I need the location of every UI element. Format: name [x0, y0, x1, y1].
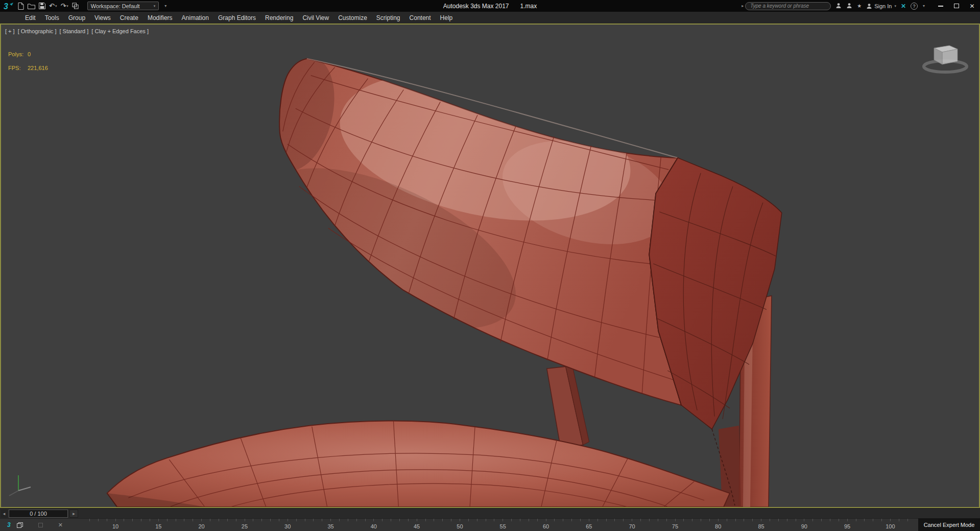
- app-logo-icon: 3: [2, 2, 14, 11]
- window-controls: ✕: [933, 0, 980, 12]
- search-input[interactable]: [745, 2, 831, 10]
- frame-tick-90: 90: [801, 523, 807, 529]
- world-axis-icon: [6, 469, 37, 500]
- previous-frame-button[interactable]: ◂: [1, 510, 8, 518]
- fps-stat: FPS:221,616: [8, 65, 48, 71]
- redo-caret-icon[interactable]: ▾: [66, 4, 68, 8]
- viewport-label: [ + ] [ Orthographic ] [ Standard ] [ Cl…: [5, 28, 149, 34]
- project-folder-icon[interactable]: [72, 3, 79, 9]
- frame-tick-50: 50: [457, 523, 463, 529]
- minimize-icon: [938, 6, 943, 7]
- empty-square-icon[interactable]: [38, 523, 43, 527]
- close-button[interactable]: ✕: [964, 0, 980, 12]
- svg-text:3: 3: [4, 2, 8, 11]
- frame-tick-60: 60: [543, 523, 549, 529]
- frame-tick-30: 30: [284, 523, 291, 529]
- frame-tick-15: 15: [155, 523, 161, 529]
- frame-tick-35: 35: [327, 523, 333, 529]
- menu-modifiers[interactable]: Modifiers: [143, 13, 177, 23]
- chair-back-post: [547, 365, 589, 448]
- menu-content[interactable]: Content: [405, 13, 436, 23]
- tray-close-icon[interactable]: ✕: [58, 522, 63, 528]
- chair-model: [1, 25, 979, 507]
- frame-tick-45: 45: [414, 523, 420, 529]
- exchange-apps-icon[interactable]: ✕: [901, 3, 906, 10]
- time-slider[interactable]: ◂ 0 / 100 ▸: [0, 508, 980, 518]
- sign-in-button[interactable]: Sign In ▾: [866, 3, 896, 9]
- minimize-button[interactable]: [933, 0, 948, 12]
- polys-value: 0: [28, 51, 31, 57]
- frame-tick-75: 75: [672, 523, 678, 529]
- frame-tick-40: 40: [371, 523, 377, 529]
- search-area: ▸: [741, 2, 831, 10]
- community-icon[interactable]: [835, 3, 842, 10]
- undo-icon[interactable]: ↶▾: [49, 3, 57, 9]
- title-bar: 3 ↶▾ ↷▾ Workspace: Default ▾ ▾ Autodesk …: [0, 0, 980, 12]
- menu-views[interactable]: Views: [90, 13, 115, 23]
- menu-create[interactable]: Create: [115, 13, 143, 23]
- help-caret-icon[interactable]: ▾: [923, 4, 925, 8]
- menu-graph-editors[interactable]: Graph Editors: [213, 13, 260, 23]
- menu-tools[interactable]: Tools: [40, 13, 64, 23]
- file-name: 1.max: [520, 3, 537, 10]
- viewcube[interactable]: [920, 38, 971, 78]
- open-file-icon[interactable]: [28, 3, 35, 9]
- share-icon[interactable]: [846, 3, 852, 10]
- time-slider-handle[interactable]: 0 / 100: [9, 510, 68, 518]
- menu-customize[interactable]: Customize: [333, 13, 372, 23]
- viewport-menu-standard[interactable]: [ Standard ]: [59, 28, 88, 34]
- workspace-dropdown[interactable]: Workspace: Default ▾: [87, 2, 159, 10]
- frame-tick-65: 65: [586, 523, 592, 529]
- frame-tick-20: 20: [198, 523, 204, 529]
- frame-tick-70: 70: [629, 523, 635, 529]
- menu-scripting[interactable]: Scripting: [372, 13, 405, 23]
- menu-civil-view[interactable]: Civil View: [298, 13, 333, 23]
- tray: 3 ✕: [0, 519, 86, 531]
- menu-bar: EditToolsGroupViewsCreateModifiersAnimat…: [0, 12, 980, 24]
- frame-tick-25: 25: [242, 523, 248, 529]
- favorites-star-icon[interactable]: ★: [857, 4, 862, 9]
- frame-tick-95: 95: [844, 523, 850, 529]
- cancel-expert-mode-button[interactable]: Cancel Expert Mode: [918, 518, 980, 531]
- menu-rendering[interactable]: Rendering: [260, 13, 298, 23]
- viewport-menu-general[interactable]: [ + ]: [5, 28, 15, 34]
- app-title: Autodesk 3ds Max 2017: [443, 3, 509, 10]
- fps-value: 221,616: [28, 65, 48, 71]
- search-arrow-icon[interactable]: ▸: [742, 4, 744, 8]
- next-frame-button[interactable]: ▸: [69, 510, 78, 518]
- menu-edit[interactable]: Edit: [20, 13, 40, 23]
- help-icon[interactable]: ?: [911, 3, 918, 10]
- maximize-button[interactable]: [948, 0, 964, 12]
- infocenter: ▸ ★ Sign In ▾ ✕ ? ▾ ✕: [741, 0, 980, 12]
- quick-access-toolbar: 3 ↶▾ ↷▾ Workspace: Default ▾ ▾: [0, 2, 166, 11]
- window-title: Autodesk 3ds Max 2017 1.max: [443, 0, 537, 12]
- polys-stat: Polys:0: [8, 51, 48, 57]
- menu-animation[interactable]: Animation: [177, 13, 213, 23]
- window-cascade-icon[interactable]: [17, 522, 23, 528]
- workspace-label: Workspace: Default: [91, 3, 140, 9]
- max-taskbar-icon[interactable]: 3: [7, 521, 11, 528]
- frame-tick-85: 85: [758, 523, 764, 529]
- workspace-caret-icon: ▾: [154, 4, 156, 8]
- frame-tick-10: 10: [112, 523, 118, 529]
- qat-overflow-icon[interactable]: ▾: [164, 4, 166, 8]
- menu-group[interactable]: Group: [64, 13, 90, 23]
- undo-caret-icon[interactable]: ▾: [55, 4, 57, 8]
- viewport-menu-view[interactable]: [ Orthographic ]: [18, 28, 57, 34]
- redo-icon[interactable]: ↷▾: [60, 3, 68, 9]
- frame-tick-100: 100: [886, 523, 895, 529]
- viewport-statistics: Polys:0 FPS:221,616: [8, 51, 48, 79]
- viewport[interactable]: [ + ] [ Orthographic ] [ Standard ] [ Cl…: [0, 24, 980, 508]
- new-scene-icon[interactable]: [18, 3, 24, 10]
- sign-in-caret-icon: ▾: [894, 4, 896, 8]
- save-file-icon[interactable]: [39, 3, 45, 9]
- frame-tick-80: 80: [715, 523, 721, 529]
- sign-in-label: Sign In: [874, 3, 892, 9]
- menu-help[interactable]: Help: [436, 13, 458, 23]
- track-bar[interactable]: 101520253035404550556065707580859095100: [0, 518, 980, 531]
- maximize-icon: [954, 4, 959, 8]
- viewport-menu-shading[interactable]: [ Clay + Edged Faces ]: [91, 28, 149, 34]
- frame-tick-55: 55: [500, 523, 506, 529]
- user-icon: [866, 3, 872, 9]
- chair-seat: [107, 421, 730, 507]
